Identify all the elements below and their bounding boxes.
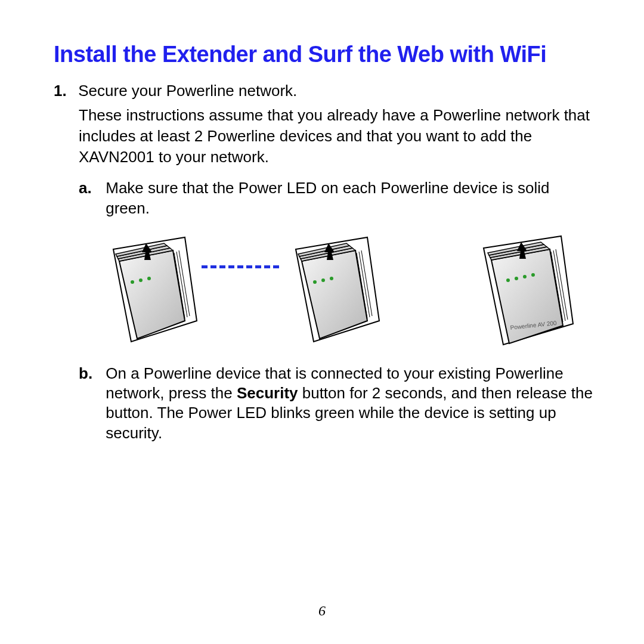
svg-point-9 <box>139 278 143 282</box>
svg-point-33 <box>515 277 518 280</box>
substep-b: b. On a Powerline device that is connect… <box>79 364 596 443</box>
powerline-device-icon <box>95 231 203 351</box>
svg-point-21 <box>321 278 325 282</box>
substep-a: a. Make sure that the Power LED on each … <box>79 178 596 218</box>
step-1: 1. Secure your Powerline network. These … <box>54 80 596 168</box>
connection-dashed-line <box>202 265 279 271</box>
step-number: 1. <box>54 80 74 101</box>
svg-point-34 <box>523 275 527 278</box>
step-lead: Secure your Powerline network. <box>78 82 297 100</box>
svg-point-10 <box>147 277 151 280</box>
illustration-row: Powerline AV 200 <box>95 231 596 351</box>
page-number: 6 <box>0 603 644 619</box>
svg-point-35 <box>531 273 535 277</box>
powerline-device-icon <box>278 231 385 351</box>
svg-point-20 <box>313 280 317 284</box>
substep-b-bold: Security <box>237 384 298 402</box>
substep-text: Make sure that the Power LED on each Pow… <box>106 178 593 218</box>
svg-point-32 <box>506 278 510 282</box>
substep-letter: b. <box>79 364 101 383</box>
page-title: Install the Extender and Surf the Web wi… <box>54 42 596 67</box>
substep-letter: a. <box>79 178 101 198</box>
svg-point-22 <box>330 277 333 280</box>
svg-point-8 <box>131 280 134 284</box>
substep-text: On a Powerline device that is connected … <box>106 364 593 443</box>
step-description: These instructions assume that you alrea… <box>79 105 596 168</box>
powerline-extender-icon: Powerline AV 200 <box>469 231 576 351</box>
